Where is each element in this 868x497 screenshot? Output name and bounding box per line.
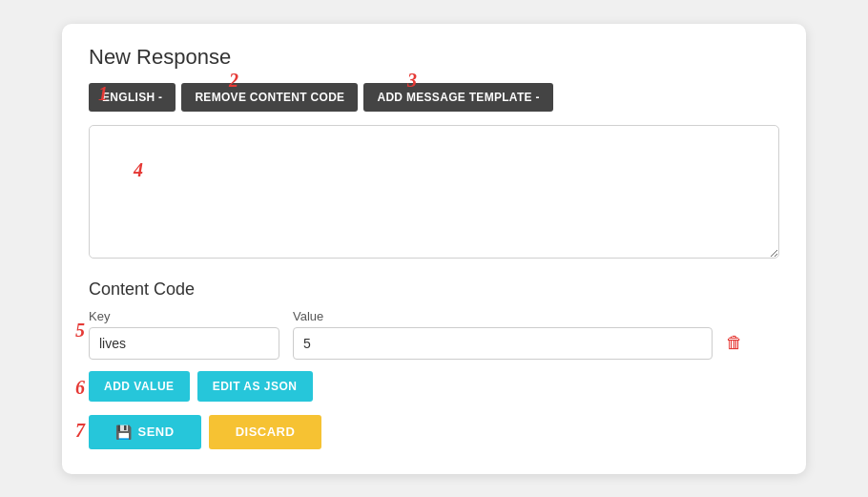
annotation-2: 2: [229, 70, 238, 92]
value-field-group: Value: [293, 309, 713, 360]
key-field-group: Key: [89, 309, 279, 360]
annotation-4: 4: [134, 159, 143, 181]
message-textarea[interactable]: [89, 125, 779, 259]
send-label: SEND: [138, 425, 175, 439]
value-label: Value: [293, 309, 713, 323]
add-message-template-button[interactable]: ADD MESSAGE TEMPLATE -: [363, 83, 552, 112]
edit-as-json-button[interactable]: EDIT AS JSON: [197, 371, 313, 402]
send-row: 💾 SEND DISCARD: [89, 415, 779, 449]
key-input[interactable]: [89, 327, 279, 360]
save-icon: 💾: [115, 425, 133, 440]
add-value-button[interactable]: ADD VALUE: [89, 371, 190, 402]
main-card: 1 2 3 4 5 6 7 New Response ENGLISH - REM…: [62, 24, 806, 474]
toolbar: ENGLISH - REMOVE CONTENT CODE ADD MESSAG…: [89, 83, 779, 112]
annotation-7: 7: [75, 420, 85, 442]
annotation-5: 5: [75, 320, 85, 342]
page-title: New Response: [89, 45, 779, 70]
delete-icon[interactable]: 🗑: [726, 333, 743, 353]
content-code-form-row: Key Value 🗑: [89, 309, 779, 360]
annotation-3: 3: [407, 70, 417, 92]
key-label: Key: [89, 309, 279, 323]
remove-content-code-button[interactable]: REMOVE CONTENT CODE: [181, 83, 358, 112]
action-row: ADD VALUE EDIT AS JSON: [89, 371, 779, 402]
content-code-title: Content Code: [89, 280, 779, 300]
send-button[interactable]: 💾 SEND: [89, 415, 201, 449]
discard-button[interactable]: DISCARD: [209, 415, 322, 449]
annotation-6: 6: [75, 377, 85, 399]
annotation-1: 1: [98, 83, 108, 105]
value-input[interactable]: [293, 327, 713, 360]
